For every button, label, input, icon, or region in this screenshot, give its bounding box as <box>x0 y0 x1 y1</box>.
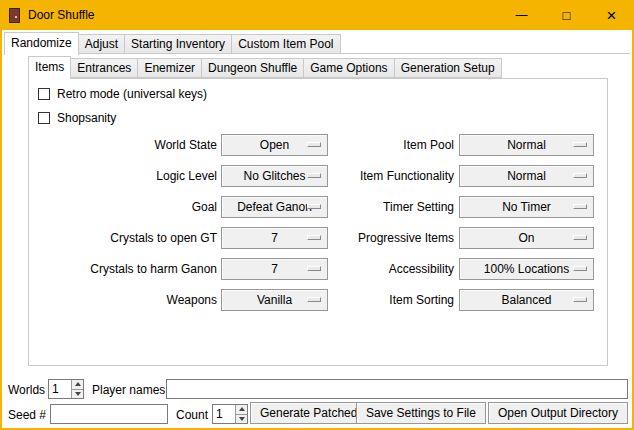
count-label: Count <box>176 405 208 425</box>
count-spinner[interactable]: 1 <box>212 404 248 424</box>
seed-label: Seed # <box>8 405 46 425</box>
player-names-input[interactable] <box>166 379 628 399</box>
worlds-down-button[interactable] <box>72 389 83 399</box>
timer-setting-label: Timer Setting <box>295 200 454 214</box>
dropdown-indicator-icon <box>573 173 587 178</box>
window-content: Randomize Adjust Starting Inventory Cust… <box>0 30 634 430</box>
shopsanity-checkbox[interactable] <box>38 112 50 124</box>
count-down-button[interactable] <box>236 414 247 424</box>
window-controls: — □ × <box>499 0 634 30</box>
options-left-column: World State Open Logic Level No Glitches… <box>59 134 328 311</box>
item-pool-label: Item Pool <box>295 138 454 152</box>
tab-items[interactable]: Items <box>28 56 71 79</box>
item-functionality-label: Item Functionality <box>295 169 454 183</box>
dropdown-indicator-icon <box>573 142 587 147</box>
player-names-label: Player names <box>92 380 165 400</box>
count-value: 1 <box>213 405 235 423</box>
retro-mode-row: Retro mode (universal keys) <box>38 86 207 102</box>
open-output-directory-button[interactable]: Open Output Directory <box>488 402 628 424</box>
accessibility-select[interactable]: 100% Locations <box>459 258 594 280</box>
item-sorting-value: Balanced <box>501 293 551 307</box>
timer-setting-select[interactable]: No Timer <box>459 196 594 218</box>
worlds-label: Worlds <box>8 380 45 400</box>
dropdown-indicator-icon <box>573 297 587 302</box>
seed-input[interactable] <box>50 404 168 424</box>
tab-adjust[interactable]: Adjust <box>78 34 125 54</box>
progressive-items-label: Progressive Items <box>295 231 454 245</box>
crystals-ganon-value: 7 <box>271 262 278 276</box>
accessibility-value: 100% Locations <box>484 262 569 276</box>
down-arrow-icon <box>239 417 245 421</box>
inner-tab-bar: Items Entrances Enemizer Dungeon Shuffle… <box>28 56 502 78</box>
accessibility-label: Accessibility <box>295 262 454 276</box>
crystals-ganon-label: Crystals to harm Ganon <box>59 262 217 276</box>
goal-label: Goal <box>59 200 217 214</box>
tab-generation-setup[interactable]: Generation Setup <box>394 58 502 78</box>
app-icon <box>9 8 20 23</box>
count-spinner-buttons <box>235 405 247 423</box>
up-arrow-icon <box>239 407 245 411</box>
weapons-label: Weapons <box>59 293 217 307</box>
close-button[interactable]: × <box>589 0 634 30</box>
items-panel: Retro mode (universal keys) Shopsanity W… <box>28 78 608 366</box>
crystals-gt-label: Crystals to open GT <box>59 231 217 245</box>
item-sorting-label: Item Sorting <box>295 293 454 307</box>
item-functionality-value: Normal <box>507 169 546 183</box>
item-sorting-select[interactable]: Balanced <box>459 289 594 311</box>
worlds-spinner[interactable]: 1 <box>48 379 84 399</box>
titlebar[interactable]: Door Shuffle — □ × <box>0 0 634 30</box>
close-icon: × <box>607 7 617 24</box>
tab-entrances[interactable]: Entrances <box>70 58 138 78</box>
progressive-items-value: On <box>518 231 534 245</box>
timer-setting-value: No Timer <box>502 200 551 214</box>
world-state-value: Open <box>260 138 289 152</box>
window: Door Shuffle — □ × Randomize Adjust Star… <box>0 0 634 430</box>
item-pool-select[interactable]: Normal <box>459 134 594 156</box>
up-arrow-icon <box>75 382 81 386</box>
dropdown-indicator-icon <box>573 266 587 271</box>
dropdown-indicator-icon <box>573 204 587 209</box>
tab-randomize[interactable]: Randomize <box>4 32 79 55</box>
progressive-items-select[interactable]: On <box>459 227 594 249</box>
logic-level-label: Logic Level <box>59 169 217 183</box>
worlds-value: 1 <box>49 380 71 398</box>
dropdown-indicator-icon <box>573 235 587 240</box>
shopsanity-row: Shopsanity <box>38 110 116 126</box>
item-functionality-select[interactable]: Normal <box>459 165 594 187</box>
weapons-value: Vanilla <box>257 293 292 307</box>
world-state-label: World State <box>59 138 217 152</box>
retro-mode-label: Retro mode (universal keys) <box>57 87 207 101</box>
minimize-button[interactable]: — <box>499 0 544 30</box>
bottom-right-buttons: Save Settings to File Open Output Direct… <box>356 402 628 424</box>
shopsanity-label: Shopsanity <box>57 111 116 125</box>
maximize-icon: □ <box>563 9 571 22</box>
save-settings-button[interactable]: Save Settings to File <box>356 402 486 424</box>
tab-custom-item-pool[interactable]: Custom Item Pool <box>231 34 340 54</box>
tab-starting-inventory[interactable]: Starting Inventory <box>124 34 232 54</box>
tab-enemizer[interactable]: Enemizer <box>137 58 202 78</box>
worlds-spinner-buttons <box>71 380 83 398</box>
crystals-gt-value: 7 <box>271 231 278 245</box>
retro-mode-checkbox[interactable] <box>38 88 50 100</box>
options-right-column: Item Pool Normal Item Functionality Norm… <box>295 134 594 311</box>
down-arrow-icon <box>75 392 81 396</box>
worlds-up-button[interactable] <box>72 380 83 389</box>
window-title: Door Shuffle <box>28 8 95 22</box>
outer-tab-bar: Randomize Adjust Starting Inventory Cust… <box>4 32 630 54</box>
minimize-icon: — <box>516 9 528 21</box>
item-pool-value: Normal <box>507 138 546 152</box>
maximize-button[interactable]: □ <box>544 0 589 30</box>
tab-dungeon-shuffle[interactable]: Dungeon Shuffle <box>201 58 304 78</box>
tab-game-options[interactable]: Game Options <box>303 58 394 78</box>
count-up-button[interactable] <box>236 405 247 414</box>
